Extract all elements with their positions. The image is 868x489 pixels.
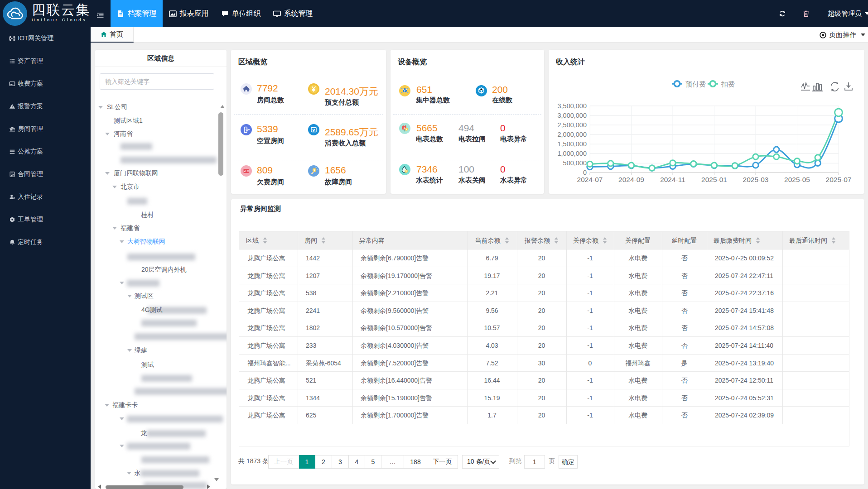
svg-text:2025-07: 2025-07 bbox=[826, 176, 852, 183]
svg-text:0: 0 bbox=[583, 169, 587, 176]
svg-text:预付费: 预付费 bbox=[685, 80, 706, 88]
svg-text:1,000,000: 1,000,000 bbox=[557, 150, 587, 157]
svg-text:3,000,000: 3,000,000 bbox=[557, 112, 587, 119]
svg-text:扣费: 扣费 bbox=[721, 80, 735, 88]
svg-text:500,000: 500,000 bbox=[563, 159, 587, 167]
svg-text:2025-01: 2025-01 bbox=[701, 176, 727, 183]
svg-text:2,500,000: 2,500,000 bbox=[557, 121, 587, 129]
svg-text:2024-11: 2024-11 bbox=[660, 176, 685, 183]
svg-text:2025-05: 2025-05 bbox=[784, 176, 810, 183]
svg-text:1,500,000: 1,500,000 bbox=[557, 140, 587, 148]
svg-text:2024-09: 2024-09 bbox=[618, 176, 644, 183]
svg-text:2024-07: 2024-07 bbox=[577, 176, 603, 183]
svg-text:2025-03: 2025-03 bbox=[743, 176, 769, 183]
svg-text:3,500,000: 3,500,000 bbox=[557, 102, 587, 110]
svg-text:2,000,000: 2,000,000 bbox=[557, 131, 587, 138]
